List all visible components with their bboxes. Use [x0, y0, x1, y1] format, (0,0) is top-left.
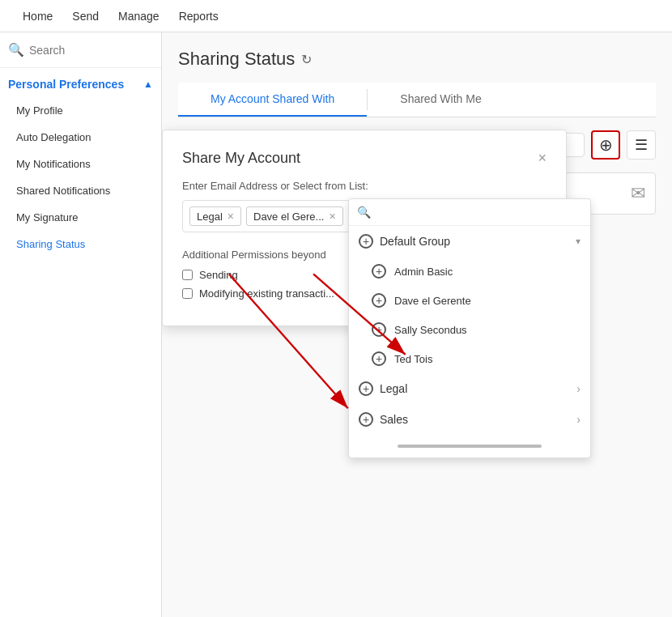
- plus-circle-dave: +: [372, 293, 386, 308]
- dropdown-search-icon: 🔍: [357, 206, 371, 219]
- scrollbar-indicator: [398, 445, 542, 448]
- content-area: Sharing Status ↻ My Account Shared With …: [162, 32, 672, 617]
- tag-label-dave: Dave el Gere...: [253, 211, 324, 223]
- sending-checkbox[interactable]: [182, 270, 193, 280]
- modal-label: Enter Email Address or Select from List:: [182, 180, 547, 192]
- tag-remove-dave[interactable]: ×: [329, 210, 335, 223]
- nav-reports[interactable]: Reports: [169, 0, 228, 32]
- dropdown-list: + Default Group ▾ + Admin Basic + Dave e…: [349, 226, 590, 457]
- dropdown-item-admin-label: Admin Basic: [394, 266, 453, 278]
- dropdown-item-admin-basic[interactable]: + Admin Basic: [349, 257, 590, 286]
- dropdown-item-sally[interactable]: + Sally Secondus: [349, 315, 590, 344]
- plus-circle-legal: +: [359, 381, 373, 396]
- sidebar-item-my-signature[interactable]: My Signature: [0, 204, 161, 231]
- dropdown-group-sales[interactable]: + Sales ›: [349, 404, 590, 435]
- plus-circle-ted: +: [372, 351, 386, 366]
- dropdown-item-dave[interactable]: + Dave el Gerente: [349, 286, 590, 315]
- refresh-icon[interactable]: ↻: [301, 52, 312, 67]
- add-button[interactable]: ⊕: [591, 130, 620, 160]
- chevron-right-sales: ›: [576, 413, 581, 426]
- dropdown-group-sales-label: Sales: [380, 413, 408, 426]
- dropdown-group-legal-left: + Legal: [359, 381, 407, 396]
- dropdown-item-dave-label: Dave el Gerente: [394, 295, 471, 307]
- plus-circle-sally: +: [372, 322, 386, 337]
- chevron-up-icon: ▲: [143, 79, 153, 90]
- tag-label-legal: Legal: [197, 211, 223, 223]
- tag-remove-legal[interactable]: ×: [228, 210, 234, 223]
- chevron-right-legal: ›: [576, 382, 581, 395]
- sidebar-item-sharing-status[interactable]: Sharing Status: [0, 231, 161, 257]
- modal-header: Share My Account ×: [182, 150, 547, 167]
- sidebar-item-my-profile[interactable]: My Profile: [0, 97, 161, 124]
- sidebar: 🔍 Personal Preferences ▲ My Profile Auto…: [0, 32, 162, 617]
- plus-circle-sales: +: [359, 412, 373, 427]
- tabs-container: My Account Shared With Shared With Me: [178, 83, 656, 117]
- sidebar-item-auto-delegation[interactable]: Auto Delegation: [0, 124, 161, 151]
- sidebar-section-header[interactable]: Personal Preferences ▲: [0, 68, 161, 97]
- nav-manage[interactable]: Manage: [108, 0, 169, 32]
- sidebar-item-my-notifications[interactable]: My Notifications: [0, 151, 161, 177]
- page-title-text: Sharing Status: [178, 49, 295, 70]
- tag-legal: Legal ×: [189, 206, 241, 226]
- sidebar-search-container: 🔍: [0, 32, 161, 68]
- sidebar-section-title: Personal Preferences: [8, 78, 124, 91]
- tab-my-account-shared-with[interactable]: My Account Shared With: [178, 83, 367, 117]
- dropdown-group-legal[interactable]: + Legal ›: [349, 373, 590, 404]
- modifying-checkbox[interactable]: [182, 288, 193, 299]
- main-layout: 🔍 Personal Preferences ▲ My Profile Auto…: [0, 32, 672, 617]
- modal-close-button[interactable]: ×: [538, 150, 547, 167]
- sidebar-item-shared-notifications[interactable]: Shared Notifications: [0, 177, 161, 204]
- dropdown-item-sally-label: Sally Secondus: [394, 324, 467, 336]
- search-icon: 🔍: [8, 42, 24, 57]
- chevron-down-icon: ▾: [576, 236, 581, 247]
- email-icon: ✉: [631, 183, 645, 204]
- dropdown-panel: 🔍 + Default Group ▾ + Admin Basic: [348, 198, 591, 458]
- plus-circle-default: +: [359, 234, 373, 249]
- dropdown-group-default[interactable]: + Default Group ▾: [349, 226, 590, 257]
- menu-button[interactable]: ☰: [627, 130, 656, 160]
- top-navigation: Home Send Manage Reports: [0, 0, 672, 32]
- nav-send[interactable]: Send: [62, 0, 108, 32]
- dropdown-group-default-label: Default Group: [380, 235, 450, 248]
- modal-title: Share My Account: [182, 150, 300, 167]
- modifying-label: Modifying existing transacti...: [199, 287, 334, 300]
- sending-label: Sending: [199, 269, 238, 281]
- page-title-container: Sharing Status ↻: [178, 49, 656, 70]
- tab-shared-with-me[interactable]: Shared With Me: [368, 83, 513, 117]
- add-icon: ⊕: [599, 135, 613, 155]
- dropdown-group-default-left: + Default Group: [359, 234, 450, 249]
- dropdown-item-ted[interactable]: + Ted Tois: [349, 344, 590, 373]
- dropdown-item-ted-label: Ted Tois: [394, 353, 432, 365]
- dropdown-search-input[interactable]: [376, 206, 582, 219]
- tag-dave: Dave el Gere... ×: [246, 206, 343, 226]
- sidebar-search-input[interactable]: [29, 44, 153, 57]
- dropdown-group-sales-left: + Sales: [359, 412, 408, 427]
- plus-circle-admin: +: [372, 264, 386, 279]
- dropdown-group-legal-label: Legal: [380, 382, 407, 395]
- nav-home[interactable]: Home: [13, 0, 62, 32]
- hamburger-icon: ☰: [635, 136, 648, 154]
- dropdown-search-container: 🔍: [349, 199, 590, 226]
